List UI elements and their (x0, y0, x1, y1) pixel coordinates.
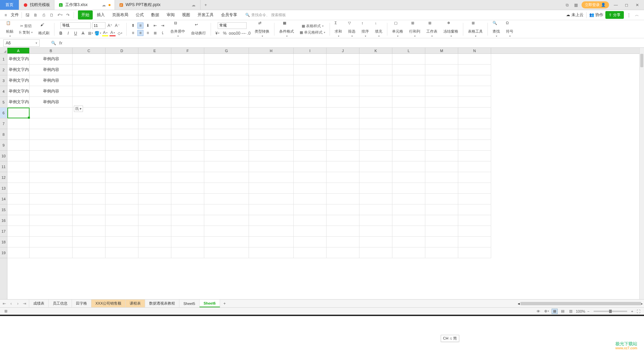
cell-F1[interactable] (171, 54, 204, 65)
col-header-E[interactable]: E (138, 48, 171, 53)
cell-I5[interactable] (294, 97, 327, 108)
page-layout-view-icon[interactable]: ▤ (560, 309, 566, 314)
cell-B17[interactable] (30, 226, 73, 237)
cell-C13[interactable] (73, 183, 105, 194)
cell-I19[interactable] (294, 247, 327, 258)
col-header-D[interactable]: D (105, 48, 138, 53)
cell-F6[interactable] (171, 108, 204, 118)
cell-M8[interactable] (425, 129, 458, 140)
cell-H8[interactable] (249, 129, 294, 140)
cell-K6[interactable] (359, 108, 392, 118)
cell-H19[interactable] (249, 247, 294, 258)
cell-F17[interactable] (171, 226, 204, 237)
cell-I7[interactable] (294, 118, 327, 129)
menu-tab-会员专享[interactable]: 会员专享 (218, 10, 241, 19)
fx-icon[interactable]: fx (59, 41, 62, 45)
cell-L18[interactable] (392, 237, 425, 247)
menu-tab-公式[interactable]: 公式 (132, 10, 147, 19)
cell-F2[interactable] (171, 65, 204, 75)
number-format-input[interactable] (218, 22, 247, 29)
maximize-button[interactable]: ◻ (622, 1, 631, 9)
cell-I16[interactable] (294, 215, 327, 226)
cell-M1[interactable] (425, 54, 458, 65)
cell-L1[interactable] (392, 54, 425, 65)
zoom-slider[interactable] (594, 311, 627, 312)
cell-J8[interactable] (327, 129, 359, 140)
cell-J10[interactable] (327, 151, 359, 161)
cell-J1[interactable] (327, 54, 359, 65)
cell-C3[interactable] (73, 75, 105, 86)
cell-G3[interactable] (204, 75, 249, 86)
cell-H6[interactable] (249, 108, 294, 118)
decrease-indent-icon[interactable]: ⇤ (152, 23, 158, 29)
cell-G8[interactable] (204, 129, 249, 140)
cell-K8[interactable] (359, 129, 392, 140)
decrease-font-icon[interactable]: A⁻ (114, 23, 120, 29)
cell-M11[interactable] (425, 161, 458, 172)
cell-I11[interactable] (294, 161, 327, 172)
cell-D15[interactable] (105, 204, 138, 215)
cell-H11[interactable] (249, 161, 294, 172)
cell-F10[interactable] (171, 151, 204, 161)
cell-A15[interactable] (7, 204, 30, 215)
cell-F7[interactable] (171, 118, 204, 129)
cell-G7[interactable] (204, 118, 249, 129)
cell-L10[interactable] (392, 151, 425, 161)
cell-K10[interactable] (359, 151, 392, 161)
cell-L2[interactable] (392, 65, 425, 75)
cell-D16[interactable] (105, 215, 138, 226)
print-icon[interactable]: ⎙ (41, 12, 47, 18)
row-header-1[interactable]: 1 (0, 54, 7, 65)
cell-N12[interactable] (458, 172, 491, 183)
sheet-tab-XXX公司销售额[interactable]: XXX公司销售额 (91, 300, 126, 307)
cell-L15[interactable] (392, 204, 425, 215)
cell-K4[interactable] (359, 86, 392, 97)
cell-N4[interactable] (458, 86, 491, 97)
col-header-C[interactable]: C (73, 48, 105, 53)
cell-I9[interactable] (294, 140, 327, 151)
cell-L9[interactable] (392, 140, 425, 151)
cell-E5[interactable] (138, 97, 171, 108)
hscroll-thumb[interactable] (520, 302, 641, 305)
cell-K9[interactable] (359, 140, 392, 151)
cell-M14[interactable] (425, 194, 458, 204)
cell-J5[interactable] (327, 97, 359, 108)
cell-L14[interactable] (392, 194, 425, 204)
cell-G19[interactable] (204, 247, 249, 258)
cell-A13[interactable] (7, 183, 30, 194)
cell-M7[interactable] (425, 118, 458, 129)
cell-B1[interactable]: 举例内容 (30, 54, 73, 65)
cell-H14[interactable] (249, 194, 294, 204)
row-header-12[interactable]: 12 (0, 172, 7, 183)
paste-button[interactable]: 📋 粘贴 (5, 20, 15, 38)
cell-B11[interactable] (30, 161, 73, 172)
cell-C4[interactable] (73, 86, 105, 97)
cell-E18[interactable] (138, 237, 171, 247)
cell-K5[interactable] (359, 97, 392, 108)
cell-H15[interactable] (249, 204, 294, 215)
save-as-icon[interactable]: 🗎 (33, 12, 39, 18)
cell-C8[interactable] (73, 129, 105, 140)
cell-J4[interactable] (327, 86, 359, 97)
page-break-view-icon[interactable]: ▥ (568, 309, 574, 314)
cell-F4[interactable] (171, 86, 204, 97)
cell-N19[interactable] (458, 247, 491, 258)
tab-cloud-icon[interactable]: ☁ (102, 3, 106, 7)
cell-K19[interactable] (359, 247, 392, 258)
cell-D9[interactable] (105, 140, 138, 151)
sum-button[interactable]: Σ求和 (333, 20, 343, 38)
cell-F18[interactable] (171, 237, 204, 247)
cell-L5[interactable] (392, 97, 425, 108)
sheet-tab-员工信息[interactable]: 员工信息 (49, 300, 72, 307)
bold-icon[interactable]: B (58, 30, 64, 36)
cell-N2[interactable] (458, 65, 491, 75)
cell-B15[interactable] (30, 204, 73, 215)
cell-D19[interactable] (105, 247, 138, 258)
cell-M13[interactable] (425, 183, 458, 194)
currency-icon[interactable]: ¥ (214, 30, 220, 36)
cell-A2[interactable]: 举例文字内容 (7, 65, 30, 75)
cell-D10[interactable] (105, 151, 138, 161)
cell-J19[interactable] (327, 247, 359, 258)
cell-L12[interactable] (392, 172, 425, 183)
cell-D8[interactable] (105, 129, 138, 140)
